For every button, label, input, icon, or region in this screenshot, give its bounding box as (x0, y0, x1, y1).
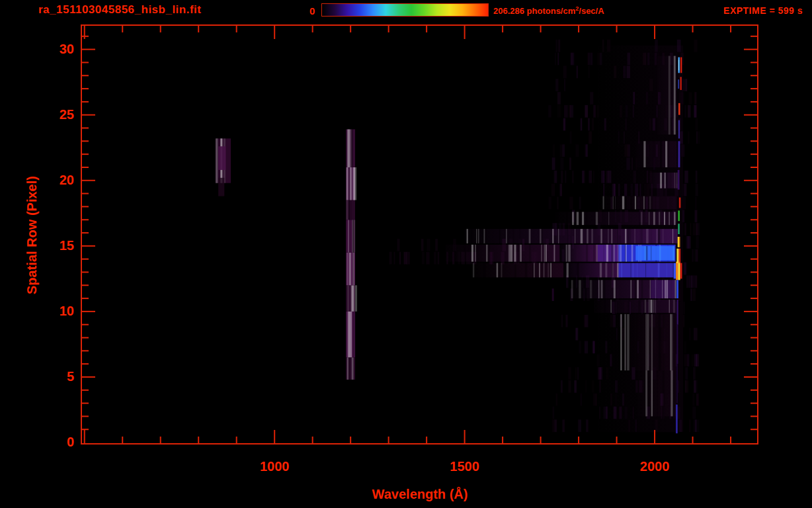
y-tick-label-10: 10 (60, 304, 74, 319)
colorbar-max-value: 206.286 photons/cm (493, 6, 575, 16)
colorbar-gradient (321, 3, 489, 17)
x-tick-label-1000: 1000 (241, 459, 307, 474)
colorbar-min-label: 0 (309, 5, 315, 17)
x-tick-label-2000: 2000 (622, 459, 688, 474)
x-tick-label-1500: 1500 (432, 459, 498, 474)
y-tick-label-5: 5 (67, 369, 74, 384)
y-tick-label-20: 20 (60, 173, 74, 188)
colorbar-max-label: 206.286 photons/cm2/sec/A (493, 5, 604, 16)
colorbar-units-suffix: /sec/A (579, 6, 604, 16)
fits-filename-title: ra_151103045856_hisb_lin.fit (38, 3, 202, 17)
y-tick-label-25: 25 (60, 107, 74, 122)
y-tick-label-15: 15 (60, 238, 74, 253)
x-axis-title: Wavelength (Å) (0, 487, 812, 502)
exptime-readout: EXPTIME = 599 s (723, 5, 803, 16)
y-axis-title: Spatial Row (Pixel) (24, 123, 40, 348)
spectrogram-viewer-window: ra_151103045856_hisb_lin.fit 0 206.286 p… (0, 0, 812, 508)
y-tick-label-0: 0 (67, 435, 74, 450)
y-tick-label-30: 30 (60, 42, 74, 57)
spectrogram-plot (81, 24, 758, 444)
